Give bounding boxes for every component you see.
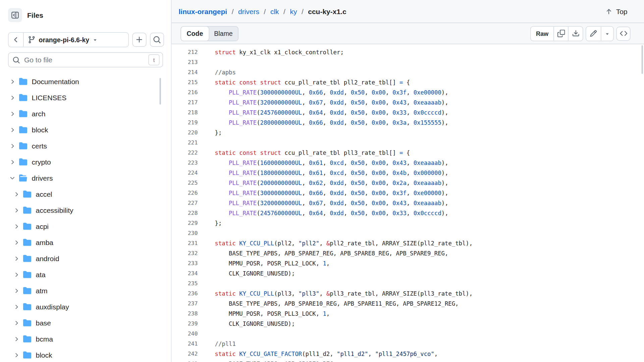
back-button[interactable]	[9, 33, 23, 47]
code-line: 239 CLK_IGNORE_UNUSED);	[172, 319, 644, 329]
tree-item-accel[interactable]: accel	[0, 186, 171, 202]
tree-item-auxdisplay[interactable]: auxdisplay	[0, 299, 171, 315]
line-number[interactable]: 218	[172, 108, 198, 118]
line-number[interactable]: 224	[172, 168, 198, 178]
tab-blame[interactable]: Blame	[209, 26, 238, 41]
line-number[interactable]: 227	[172, 198, 198, 208]
line-number[interactable]: 219	[172, 118, 198, 128]
line-number[interactable]: 214	[172, 67, 198, 77]
sidebar-scrollbar-thumb[interactable]	[160, 78, 161, 105]
tree-item-block[interactable]: block	[0, 122, 171, 138]
chevron-right-icon	[13, 191, 20, 197]
tree-item-base[interactable]: base	[0, 315, 171, 331]
line-number[interactable]: 237	[172, 299, 198, 309]
line-number[interactable]: 232	[172, 248, 198, 258]
folder-icon	[19, 126, 27, 134]
tree-item-certs[interactable]: certs	[0, 138, 171, 154]
tree-item-label: atm	[36, 287, 48, 295]
chevron-down-icon	[92, 37, 98, 43]
tree-item-label: block	[32, 126, 48, 134]
line-content: static const struct ccu_pll_rate_tbl pll…	[198, 148, 410, 158]
branch-selector[interactable]: orange-pi-6.6-ky	[23, 33, 128, 47]
line-number[interactable]: 228	[172, 208, 198, 218]
line-number[interactable]: 233	[172, 258, 198, 268]
tree-item-amba[interactable]: amba	[0, 234, 171, 250]
tree-item-acpi[interactable]: acpi	[0, 218, 171, 234]
line-number[interactable]: 238	[172, 309, 198, 319]
tree-item-label: acpi	[36, 222, 49, 230]
file-actions: Raw	[530, 26, 630, 41]
line-number[interactable]: 230	[172, 228, 198, 238]
line-number[interactable]: 221	[172, 138, 198, 148]
line-content: PLL_RATE(1600000000UL, 0x61, 0xcd, 0x50,…	[198, 158, 448, 168]
chevron-down-icon	[9, 175, 16, 181]
go-to-file-input[interactable]: Go to file t	[8, 52, 163, 67]
line-number[interactable]: 223	[172, 158, 198, 168]
tree-item-android[interactable]: android	[0, 250, 171, 266]
add-file-button[interactable]	[132, 33, 147, 47]
tree-item-licenses[interactable]: LICENSES	[0, 89, 171, 106]
tree-item-crypto[interactable]: crypto	[0, 154, 171, 170]
breadcrumb: linux-orangepi/drivers/clk/ky/ ccu-ky-x1…	[179, 7, 606, 15]
scroll-to-top-button[interactable]: Top	[605, 7, 627, 15]
line-number[interactable]: 235	[172, 279, 198, 289]
symbols-panel-button[interactable]	[616, 26, 631, 41]
tree-item-ata[interactable]: ata	[0, 266, 171, 283]
search-this-repo-button[interactable]	[150, 33, 164, 47]
folder-icon	[23, 206, 31, 214]
line-number[interactable]: 215	[172, 77, 198, 87]
breadcrumb-separator: /	[302, 7, 304, 15]
copy-raw-content-button[interactable]	[553, 26, 568, 41]
tree-item-documentation[interactable]: Documentation	[0, 73, 171, 89]
code-line: 221	[172, 138, 644, 148]
line-number[interactable]: 213	[172, 57, 198, 67]
tree-item-drivers[interactable]: drivers	[0, 170, 171, 186]
line-number[interactable]: 239	[172, 319, 198, 329]
line-number[interactable]: 216	[172, 87, 198, 98]
line-number[interactable]: 229	[172, 218, 198, 228]
code-line: 238 MPMU_POSR, POSR_PLL3_LOCK, 1,	[172, 309, 644, 319]
breadcrumb-link-drivers[interactable]: drivers	[238, 7, 259, 15]
line-number[interactable]: 231	[172, 238, 198, 248]
tab-code[interactable]: Code	[181, 26, 209, 41]
tree-item-block[interactable]: block	[0, 347, 171, 362]
download-raw-file-button[interactable]	[568, 26, 583, 41]
chevron-right-icon	[13, 271, 20, 278]
line-number[interactable]: 234	[172, 268, 198, 279]
tree-item-atm[interactable]: atm	[0, 283, 171, 299]
line-content	[198, 57, 215, 67]
line-number[interactable]: 242	[172, 349, 198, 359]
line-content: CLK_IGNORE_UNUSED);	[198, 319, 295, 329]
collapse-file-tree-button[interactable]	[8, 8, 22, 22]
folder-icon	[19, 174, 27, 182]
sidebar-header: Files	[0, 0, 171, 22]
code-line: 232 BASE_TYPE_APBS, APB_SPARE7_REG, APB_…	[172, 248, 644, 258]
breadcrumb-bar: linux-orangepi/drivers/clk/ky/ ccu-ky-x1…	[172, 0, 644, 23]
line-number[interactable]: 222	[172, 148, 198, 158]
code-line: 219 PLL_RATE(2800000000UL, 0x66, 0xdd, 0…	[172, 118, 644, 128]
edit-options-dropdown[interactable]	[601, 26, 613, 41]
breadcrumb-link-clk[interactable]: clk	[270, 7, 279, 15]
folder-icon	[23, 303, 31, 311]
raw-button[interactable]: Raw	[531, 26, 553, 41]
breadcrumb-link-linux-orangepi[interactable]: linux-orangepi	[179, 7, 227, 15]
line-number[interactable]: 241	[172, 339, 198, 349]
chevron-right-icon	[9, 94, 16, 101]
line-content: static KY_CCU_PLL(pll3, "pll3", &pll3_ra…	[198, 289, 473, 299]
folder-icon	[19, 142, 27, 150]
line-number[interactable]: 217	[172, 98, 198, 108]
edit-file-button[interactable]	[586, 26, 601, 41]
page-scrollbar-thumb[interactable]	[642, 45, 643, 74]
line-number[interactable]: 220	[172, 128, 198, 138]
tree-item-accessibility[interactable]: accessibility	[0, 202, 171, 218]
breadcrumb-link-ky[interactable]: ky	[290, 7, 297, 15]
line-number[interactable]: 225	[172, 178, 198, 188]
line-number[interactable]: 240	[172, 329, 198, 339]
line-number[interactable]: 212	[172, 47, 198, 57]
line-number[interactable]: 236	[172, 289, 198, 299]
tree-item-arch[interactable]: arch	[0, 106, 171, 122]
tree-item-bcma[interactable]: bcma	[0, 331, 171, 347]
line-number[interactable]: 226	[172, 188, 198, 198]
line-number[interactable]: 243	[172, 359, 198, 362]
copy-icon	[557, 30, 565, 38]
